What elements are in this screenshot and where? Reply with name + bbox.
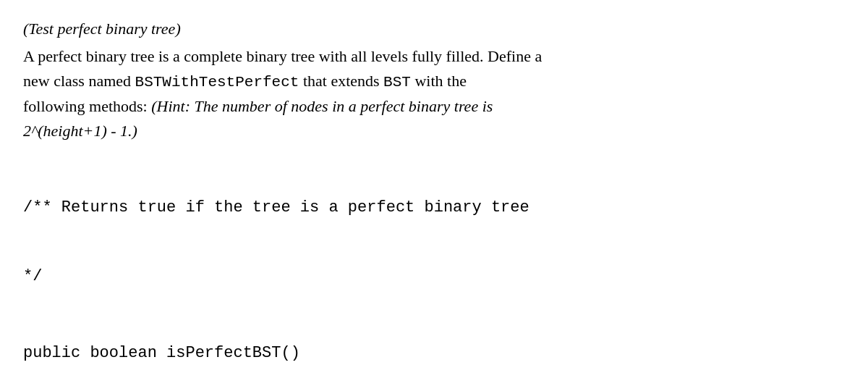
desc-line2-prefix: new class named xyxy=(23,72,135,90)
hint-text1: (Hint: The number of nodes in a perfect … xyxy=(151,97,493,115)
main-content: (Test perfect binary tree) A perfect bin… xyxy=(23,17,845,365)
code-comment-line1: /** Returns true if the tree is a perfec… xyxy=(23,196,845,219)
section-title: (Test perfect binary tree) xyxy=(23,17,845,41)
description-line2: new class named BSTWithTestPerfect that … xyxy=(23,70,845,93)
desc-line2-mid: that extends xyxy=(299,72,383,90)
code-comment: /** Returns true if the tree is a perfec… xyxy=(23,150,845,335)
bst-class-name: BSTWithTestPerfect xyxy=(135,74,299,91)
description-line3: following methods: (Hint: The number of … xyxy=(23,95,845,118)
hint-text2: 2^(height+1) - 1.) xyxy=(23,122,137,140)
bst-keyword: BST xyxy=(383,74,411,91)
description-line4: 2^(height+1) - 1.) xyxy=(23,119,845,143)
description-line1: A perfect binary tree is a complete bina… xyxy=(23,45,845,68)
method-signature: public boolean isPerfectBST() xyxy=(23,342,845,365)
title-text: (Test perfect binary tree) xyxy=(23,20,181,38)
desc-line1-text: A perfect binary tree is a complete bina… xyxy=(23,47,542,65)
desc-line2-suffix: with the xyxy=(411,72,467,90)
code-comment-line2: */ xyxy=(23,265,845,288)
desc-line3-prefix: following methods: xyxy=(23,97,151,115)
